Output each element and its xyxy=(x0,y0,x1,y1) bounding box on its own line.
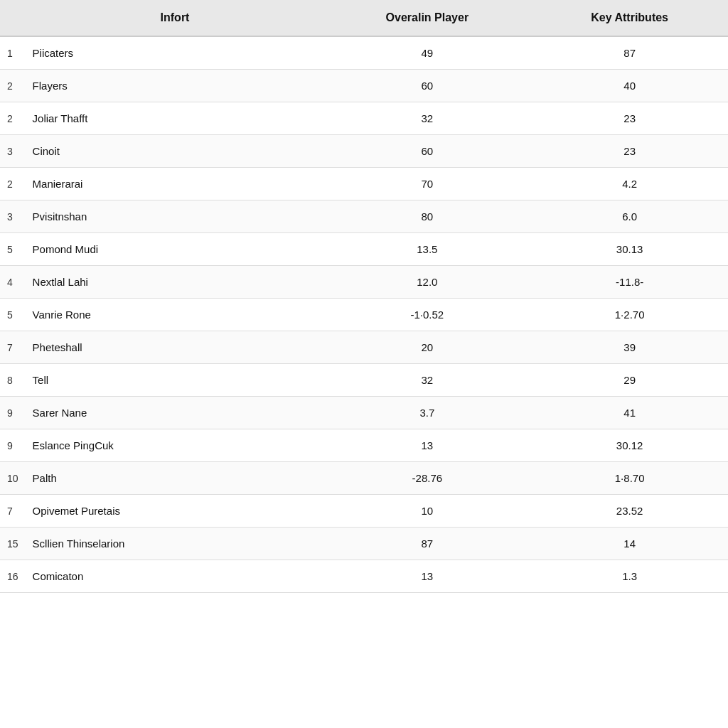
cell-rank: 8 xyxy=(0,364,27,397)
cell-name: Nextlal Lahi xyxy=(27,266,323,299)
cell-key-attributes: 1·8.70 xyxy=(531,462,728,495)
cell-rank: 1 xyxy=(0,36,27,70)
cell-key-attributes: 40 xyxy=(531,70,728,102)
cell-key-attributes: 1.3 xyxy=(531,560,728,593)
cell-name: Scllien Thinselarion xyxy=(27,528,323,560)
cell-name: Cinoit xyxy=(27,135,323,168)
cell-rank: 7 xyxy=(0,331,27,364)
cell-name: Sarer Nane xyxy=(27,397,323,429)
cell-rank: 7 xyxy=(0,495,27,528)
table-header: Infort Overalin Player Key Attributes xyxy=(0,0,728,36)
cell-name: Vanrie Rone xyxy=(27,299,323,331)
cell-overall: 13 xyxy=(323,429,531,462)
cell-rank: 5 xyxy=(0,233,27,266)
table-row: 2Flayers6040 xyxy=(0,70,728,102)
cell-overall: 10 xyxy=(323,495,531,528)
cell-rank: 5 xyxy=(0,299,27,331)
cell-rank: 3 xyxy=(0,200,27,233)
cell-key-attributes: 30.13 xyxy=(531,233,728,266)
cell-key-attributes: 29 xyxy=(531,364,728,397)
cell-key-attributes: 14 xyxy=(531,528,728,560)
cell-rank: 2 xyxy=(0,70,27,102)
cell-overall: 12.0 xyxy=(323,266,531,299)
cell-rank: 16 xyxy=(0,560,27,593)
header-key-attributes: Key Attributes xyxy=(531,0,728,36)
cell-overall: 20 xyxy=(323,331,531,364)
cell-overall: 60 xyxy=(323,135,531,168)
cell-rank: 9 xyxy=(0,397,27,429)
header-overall: Overalin Player xyxy=(323,0,531,36)
cell-name: Pomond Mudi xyxy=(27,233,323,266)
cell-key-attributes: 23.52 xyxy=(531,495,728,528)
cell-rank: 2 xyxy=(0,102,27,135)
cell-name: Pheteshall xyxy=(27,331,323,364)
cell-overall: 3.7 xyxy=(323,397,531,429)
table-row: 3Pvisitnshan806.0 xyxy=(0,200,728,233)
cell-overall: -1·0.52 xyxy=(323,299,531,331)
cell-key-attributes: 23 xyxy=(531,102,728,135)
cell-overall: 32 xyxy=(323,102,531,135)
cell-key-attributes: 87 xyxy=(531,36,728,70)
table-row: 7Pheteshall2039 xyxy=(0,331,728,364)
cell-key-attributes: 30.12 xyxy=(531,429,728,462)
cell-rank: 2 xyxy=(0,168,27,200)
table-row: 1Piicaters4987 xyxy=(0,36,728,70)
cell-overall: 60 xyxy=(323,70,531,102)
table-row: 2Manierarai704.2 xyxy=(0,168,728,200)
cell-key-attributes: 23 xyxy=(531,135,728,168)
cell-name: Pvisitnshan xyxy=(27,200,323,233)
cell-rank: 3 xyxy=(0,135,27,168)
cell-key-attributes: -11.8- xyxy=(531,266,728,299)
table-row: 7Opivemet Puretais1023.52 xyxy=(0,495,728,528)
cell-name: Eslance PingCuk xyxy=(27,429,323,462)
cell-overall: 32 xyxy=(323,364,531,397)
header-infort: Infort xyxy=(27,0,323,36)
cell-overall: -28.76 xyxy=(323,462,531,495)
cell-overall: 87 xyxy=(323,528,531,560)
cell-name: Flayers xyxy=(27,70,323,102)
table-row: 15Scllien Thinselarion8714 xyxy=(0,528,728,560)
cell-key-attributes: 6.0 xyxy=(531,200,728,233)
cell-rank: 4 xyxy=(0,266,27,299)
table-row: 16Comicaton131.3 xyxy=(0,560,728,593)
cell-overall: 13 xyxy=(323,560,531,593)
cell-key-attributes: 39 xyxy=(531,331,728,364)
cell-name: Opivemet Puretais xyxy=(27,495,323,528)
cell-key-attributes: 1·2.70 xyxy=(531,299,728,331)
cell-overall: 80 xyxy=(323,200,531,233)
cell-name: Joliar Thafft xyxy=(27,102,323,135)
cell-rank: 10 xyxy=(0,462,27,495)
cell-name: Piicaters xyxy=(27,36,323,70)
cell-key-attributes: 41 xyxy=(531,397,728,429)
main-table: Infort Overalin Player Key Attributes 1P… xyxy=(0,0,728,593)
header-rank xyxy=(0,0,27,36)
cell-overall: 70 xyxy=(323,168,531,200)
cell-name: Tell xyxy=(27,364,323,397)
cell-name: Palth xyxy=(27,462,323,495)
cell-name: Comicaton xyxy=(27,560,323,593)
table-row: 9Sarer Nane3.741 xyxy=(0,397,728,429)
cell-overall: 49 xyxy=(323,36,531,70)
cell-rank: 15 xyxy=(0,528,27,560)
table-row: 8Tell3229 xyxy=(0,364,728,397)
table-row: 5Pomond Mudi13.530.13 xyxy=(0,233,728,266)
cell-key-attributes: 4.2 xyxy=(531,168,728,200)
cell-rank: 9 xyxy=(0,429,27,462)
table-row: 10Palth-28.761·8.70 xyxy=(0,462,728,495)
cell-overall: 13.5 xyxy=(323,233,531,266)
table-row: 5Vanrie Rone-1·0.521·2.70 xyxy=(0,299,728,331)
table-row: 4Nextlal Lahi12.0-11.8- xyxy=(0,266,728,299)
table-row: 2Joliar Thafft3223 xyxy=(0,102,728,135)
cell-name: Manierarai xyxy=(27,168,323,200)
table-row: 9Eslance PingCuk1330.12 xyxy=(0,429,728,462)
table-row: 3Cinoit6023 xyxy=(0,135,728,168)
